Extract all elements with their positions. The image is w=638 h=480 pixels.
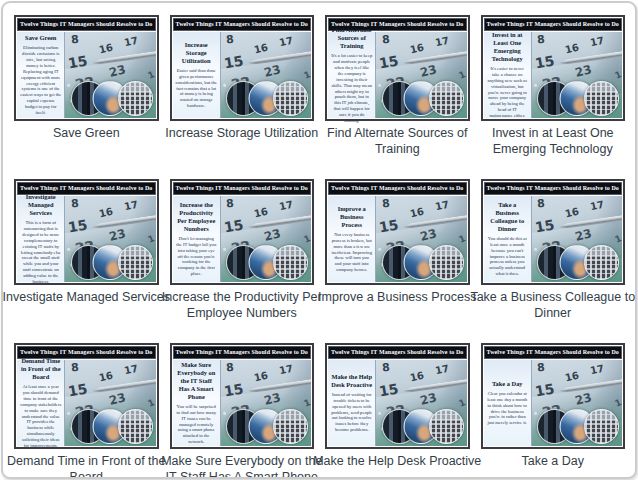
slide-artwork: 8 16 17 15 23 22 20 1: [221, 32, 311, 118]
slide-heading: Save Green: [25, 34, 56, 42]
slide-caption: Improve a Business Process: [311, 289, 484, 305]
slide-thumbnail[interactable]: Twelve Things IT Managers Should Resolve…: [325, 179, 470, 343]
slide: Twelve Things IT Managers Should Resolve…: [14, 15, 159, 121]
slide-thumbnail[interactable]: Twelve Things IT Managers Should Resolve…: [481, 179, 626, 343]
slide-thumbnail[interactable]: Twelve Things IT Managers Should Resolve…: [325, 343, 470, 479]
slide-heading: Take a Day: [492, 380, 523, 388]
slide-body-text: This is a form of outsourcing that is de…: [20, 220, 61, 286]
slide: Twelve Things IT Managers Should Resolve…: [170, 179, 315, 285]
slide-caption: Increase Storage Utilization: [156, 125, 329, 141]
slide-heading: Find Alternate Sources of Training: [331, 26, 372, 50]
slide-caption: Find Alternate Sources of Training: [311, 125, 484, 157]
slide-heading: Improve a Business Process: [331, 205, 372, 229]
slide-thumbnail[interactable]: Twelve Things IT Managers Should Resolve…: [14, 343, 159, 479]
slide-title-bar: Twelve Things IT Managers Should Resolve…: [484, 18, 623, 31]
slide-title-bar: Twelve Things IT Managers Should Resolve…: [328, 346, 467, 359]
slide-text-panel: Find Alternate Sources of Training It's …: [328, 32, 376, 118]
slide-artwork: 8 16 17 15 23 22 20 1: [221, 196, 311, 282]
slide-title-bar: Twelve Things IT Managers Should Resolve…: [328, 182, 467, 195]
slide-thumbnail[interactable]: Twelve Things IT Managers Should Resolve…: [170, 179, 315, 343]
slide-artwork: 8 16 17 15 23 22 20 1: [532, 360, 622, 446]
slide-text-panel: Take a Business Colleague to Dinner You …: [484, 196, 532, 282]
slide-thumbnail[interactable]: Twelve Things IT Managers Should Resolve…: [14, 15, 159, 179]
slide-text-panel: Invest in at Least One Emerging Technolo…: [484, 32, 532, 118]
smartphone-photo-icon: [429, 81, 464, 116]
slide-artwork: 8 16 17 15 23 22 20 1: [532, 32, 622, 118]
slide-body-text: Clear you calendar at least one day a mo…: [487, 391, 528, 427]
slide-text-panel: Increase Storage Utilization Easier said…: [173, 32, 221, 118]
slide-heading: Increase Storage Utilization: [176, 41, 217, 65]
slide-body-text: Easier said than done given performance …: [176, 68, 217, 110]
slide-heading: Investigate Managed Services: [20, 193, 61, 217]
page-frame: Twelve Things IT Managers Should Resolve…: [1, 1, 637, 479]
slide-caption: Invest in at Least One Emerging Technolo…: [467, 125, 638, 157]
slide-caption: Make Sure Everybody on the IT Staff Has …: [156, 453, 329, 479]
slide-heading: Invest in at Least One Emerging Technolo…: [487, 31, 528, 63]
slide-thumbnail[interactable]: Twelve Things IT Managers Should Resolve…: [481, 15, 626, 179]
smartphone-photo-icon: [429, 245, 464, 280]
slide-artwork: 8 16 17 15 23 22 20 1: [532, 196, 622, 282]
slide-grid: Twelve Things IT Managers Should Resolve…: [3, 3, 635, 479]
slide-caption: Take a Business Colleague to Dinner: [467, 289, 638, 321]
slide-thumbnail[interactable]: Twelve Things IT Managers Should Resolve…: [170, 343, 315, 479]
slide-caption: Take a Day: [467, 453, 638, 469]
slide: Twelve Things IT Managers Should Resolve…: [481, 343, 626, 449]
slide-heading: Take a Business Colleague to Dinner: [487, 201, 528, 233]
slide-caption: Save Green: [1, 125, 173, 141]
slide-thumbnail[interactable]: Twelve Things IT Managers Should Resolve…: [481, 343, 626, 479]
slide-title-bar: Twelve Things IT Managers Should Resolve…: [484, 182, 623, 195]
slide: Twelve Things IT Managers Should Resolve…: [170, 343, 315, 449]
slide-title-bar: Twelve Things IT Managers Should Resolve…: [173, 18, 312, 31]
slide-text-panel: Demand Time in Front of the Board At lea…: [17, 360, 65, 446]
slide-text-panel: Improve a Business Process Not every bus…: [328, 196, 376, 282]
slide-artwork: 8 16 17 15 23 22 20 1: [65, 360, 155, 446]
slide-heading: Make Sure Everybody on the IT Staff Has …: [176, 361, 217, 401]
smartphone-photo-icon: [118, 245, 153, 280]
slide-artwork: 8 16 17 15 23 22 20 1: [65, 196, 155, 282]
slide-thumbnail[interactable]: Twelve Things IT Managers Should Resolve…: [170, 15, 315, 179]
slide: Twelve Things IT Managers Should Resolve…: [481, 179, 626, 285]
slide-text-panel: Take a Day Clear you calendar at least o…: [484, 360, 532, 446]
slide-title-bar: Twelve Things IT Managers Should Resolve…: [173, 182, 312, 195]
smartphone-photo-icon: [429, 409, 464, 444]
slide-text-panel: Investigate Managed Services This is a f…: [17, 196, 65, 282]
slide: Twelve Things IT Managers Should Resolve…: [14, 343, 159, 449]
slide-thumbnail[interactable]: Twelve Things IT Managers Should Resolve…: [325, 15, 470, 179]
slide: Twelve Things IT Managers Should Resolve…: [325, 179, 470, 285]
slide-body-text: Not every business process is broken, bu…: [331, 232, 372, 274]
slide-artwork: 8 16 17 15 23 22 20 1: [376, 32, 466, 118]
slide: Twelve Things IT Managers Should Resolve…: [325, 15, 470, 121]
slide-body-text: Don't let managing the IT budget lull yo…: [176, 236, 217, 278]
smartphone-photo-icon: [118, 409, 153, 444]
slide-artwork: 8 16 17 15 23 22 20 1: [65, 32, 155, 118]
slide-body-text: You should do this at least once a month…: [487, 236, 528, 278]
slide: Twelve Things IT Managers Should Resolve…: [481, 15, 626, 121]
slide-body-text: Eliminating carbon dioxide emissions is …: [20, 45, 61, 117]
slide-thumbnail[interactable]: Twelve Things IT Managers Should Resolve…: [14, 179, 159, 343]
slide-text-panel: Increase the Productivity Per Employee N…: [173, 196, 221, 282]
slide-text-panel: Make Sure Everybody on the IT Staff Has …: [173, 360, 221, 446]
slide-caption: Make the Help Desk Proactive: [311, 453, 484, 469]
slide-heading: Demand Time in Front of the Board: [20, 357, 61, 381]
slide-body-text: It's a lot easier to keep and motivate p…: [331, 53, 372, 125]
slide-body-text: You will be surprised to find out how ma…: [176, 404, 217, 446]
slide-caption: Investigate Managed Services: [1, 289, 173, 305]
slide-body-text: It's easier to never take a chance on an…: [487, 66, 528, 120]
slide-caption: Demand Time in Front of the Board: [1, 453, 173, 479]
slide: Twelve Things IT Managers Should Resolve…: [325, 343, 470, 449]
slide-title-bar: Twelve Things IT Managers Should Resolve…: [17, 18, 156, 31]
slide-title-bar: Twelve Things IT Managers Should Resolve…: [173, 346, 312, 359]
slide: Twelve Things IT Managers Should Resolve…: [14, 179, 159, 285]
slide: Twelve Things IT Managers Should Resolve…: [170, 15, 315, 121]
slide-caption: Increase the Productivity Per Employee N…: [156, 289, 329, 321]
slide-text-panel: Make the Help Desk Proactive Instead of …: [328, 360, 376, 446]
slide-artwork: 8 16 17 15 23 22 20 1: [221, 360, 311, 446]
slide-text-panel: Save Green Eliminating carbon dioxide em…: [17, 32, 65, 118]
slide-title-bar: Twelve Things IT Managers Should Resolve…: [484, 346, 623, 359]
slide-artwork: 8 16 17 15 23 22 20 1: [376, 196, 466, 282]
slide-body-text: Instead of waiting for trouble tickets t…: [331, 392, 372, 434]
slide-heading: Make the Help Desk Proactive: [331, 373, 372, 389]
slide-artwork: 8 16 17 15 23 22 20 1: [376, 360, 466, 446]
slide-heading: Increase the Productivity Per Employee N…: [176, 201, 217, 233]
smartphone-photo-icon: [118, 81, 153, 116]
